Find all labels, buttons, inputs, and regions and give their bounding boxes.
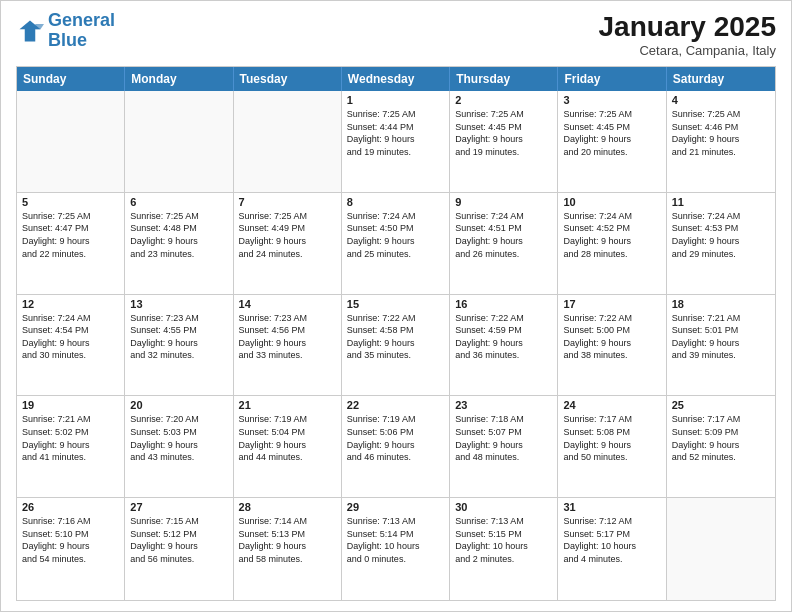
day-cell-14: 14Sunrise: 7:23 AM Sunset: 4:56 PM Dayli… — [234, 295, 342, 396]
day-header-saturday: Saturday — [667, 67, 775, 91]
day-header-friday: Friday — [558, 67, 666, 91]
day-header-tuesday: Tuesday — [234, 67, 342, 91]
day-number: 18 — [672, 298, 770, 310]
day-number: 4 — [672, 94, 770, 106]
day-number: 7 — [239, 196, 336, 208]
day-number: 5 — [22, 196, 119, 208]
day-cell-31: 31Sunrise: 7:12 AM Sunset: 5:17 PM Dayli… — [558, 498, 666, 600]
day-number: 13 — [130, 298, 227, 310]
day-info: Sunrise: 7:13 AM Sunset: 5:14 PM Dayligh… — [347, 515, 444, 565]
day-info: Sunrise: 7:20 AM Sunset: 5:03 PM Dayligh… — [130, 413, 227, 463]
day-cell-28: 28Sunrise: 7:14 AM Sunset: 5:13 PM Dayli… — [234, 498, 342, 600]
day-info: Sunrise: 7:24 AM Sunset: 4:52 PM Dayligh… — [563, 210, 660, 260]
day-cell-7: 7Sunrise: 7:25 AM Sunset: 4:49 PM Daylig… — [234, 193, 342, 294]
day-cell-empty-w0c2 — [234, 91, 342, 192]
day-number: 24 — [563, 399, 660, 411]
day-cell-17: 17Sunrise: 7:22 AM Sunset: 5:00 PM Dayli… — [558, 295, 666, 396]
day-number: 14 — [239, 298, 336, 310]
week-row-2: 5Sunrise: 7:25 AM Sunset: 4:47 PM Daylig… — [17, 193, 775, 295]
day-number: 3 — [563, 94, 660, 106]
day-cell-19: 19Sunrise: 7:21 AM Sunset: 5:02 PM Dayli… — [17, 396, 125, 497]
week-row-1: 1Sunrise: 7:25 AM Sunset: 4:44 PM Daylig… — [17, 91, 775, 193]
day-info: Sunrise: 7:12 AM Sunset: 5:17 PM Dayligh… — [563, 515, 660, 565]
day-info: Sunrise: 7:25 AM Sunset: 4:49 PM Dayligh… — [239, 210, 336, 260]
day-cell-29: 29Sunrise: 7:13 AM Sunset: 5:14 PM Dayli… — [342, 498, 450, 600]
day-cell-12: 12Sunrise: 7:24 AM Sunset: 4:54 PM Dayli… — [17, 295, 125, 396]
day-info: Sunrise: 7:24 AM Sunset: 4:54 PM Dayligh… — [22, 312, 119, 362]
logo: General Blue — [16, 11, 115, 51]
week-row-4: 19Sunrise: 7:21 AM Sunset: 5:02 PM Dayli… — [17, 396, 775, 498]
calendar-body: 1Sunrise: 7:25 AM Sunset: 4:44 PM Daylig… — [17, 91, 775, 600]
day-number: 20 — [130, 399, 227, 411]
day-cell-16: 16Sunrise: 7:22 AM Sunset: 4:59 PM Dayli… — [450, 295, 558, 396]
day-number: 22 — [347, 399, 444, 411]
svg-marker-2 — [35, 24, 44, 29]
month-title: January 2025 — [599, 11, 776, 43]
day-cell-3: 3Sunrise: 7:25 AM Sunset: 4:45 PM Daylig… — [558, 91, 666, 192]
day-number: 19 — [22, 399, 119, 411]
day-number: 2 — [455, 94, 552, 106]
day-cell-27: 27Sunrise: 7:15 AM Sunset: 5:12 PM Dayli… — [125, 498, 233, 600]
day-cell-8: 8Sunrise: 7:24 AM Sunset: 4:50 PM Daylig… — [342, 193, 450, 294]
day-number: 27 — [130, 501, 227, 513]
day-info: Sunrise: 7:17 AM Sunset: 5:08 PM Dayligh… — [563, 413, 660, 463]
day-cell-23: 23Sunrise: 7:18 AM Sunset: 5:07 PM Dayli… — [450, 396, 558, 497]
day-cell-21: 21Sunrise: 7:19 AM Sunset: 5:04 PM Dayli… — [234, 396, 342, 497]
logo-icon — [16, 17, 44, 45]
day-cell-20: 20Sunrise: 7:20 AM Sunset: 5:03 PM Dayli… — [125, 396, 233, 497]
day-info: Sunrise: 7:18 AM Sunset: 5:07 PM Dayligh… — [455, 413, 552, 463]
day-cell-6: 6Sunrise: 7:25 AM Sunset: 4:48 PM Daylig… — [125, 193, 233, 294]
day-info: Sunrise: 7:25 AM Sunset: 4:45 PM Dayligh… — [563, 108, 660, 158]
title-block: January 2025 Cetara, Campania, Italy — [599, 11, 776, 58]
day-info: Sunrise: 7:24 AM Sunset: 4:53 PM Dayligh… — [672, 210, 770, 260]
day-number: 6 — [130, 196, 227, 208]
day-cell-24: 24Sunrise: 7:17 AM Sunset: 5:08 PM Dayli… — [558, 396, 666, 497]
page: General Blue January 2025 Cetara, Campan… — [0, 0, 792, 612]
calendar: SundayMondayTuesdayWednesdayThursdayFrid… — [16, 66, 776, 601]
day-cell-empty-w0c0 — [17, 91, 125, 192]
day-number: 17 — [563, 298, 660, 310]
day-number: 1 — [347, 94, 444, 106]
day-number: 30 — [455, 501, 552, 513]
week-row-5: 26Sunrise: 7:16 AM Sunset: 5:10 PM Dayli… — [17, 498, 775, 600]
day-cell-18: 18Sunrise: 7:21 AM Sunset: 5:01 PM Dayli… — [667, 295, 775, 396]
day-info: Sunrise: 7:19 AM Sunset: 5:06 PM Dayligh… — [347, 413, 444, 463]
day-cell-10: 10Sunrise: 7:24 AM Sunset: 4:52 PM Dayli… — [558, 193, 666, 294]
day-info: Sunrise: 7:16 AM Sunset: 5:10 PM Dayligh… — [22, 515, 119, 565]
day-number: 23 — [455, 399, 552, 411]
day-cell-4: 4Sunrise: 7:25 AM Sunset: 4:46 PM Daylig… — [667, 91, 775, 192]
day-cell-25: 25Sunrise: 7:17 AM Sunset: 5:09 PM Dayli… — [667, 396, 775, 497]
day-info: Sunrise: 7:17 AM Sunset: 5:09 PM Dayligh… — [672, 413, 770, 463]
day-header-sunday: Sunday — [17, 67, 125, 91]
day-number: 31 — [563, 501, 660, 513]
day-info: Sunrise: 7:25 AM Sunset: 4:46 PM Dayligh… — [672, 108, 770, 158]
day-info: Sunrise: 7:21 AM Sunset: 5:02 PM Dayligh… — [22, 413, 119, 463]
day-number: 29 — [347, 501, 444, 513]
day-number: 15 — [347, 298, 444, 310]
day-number: 8 — [347, 196, 444, 208]
logo-text: General Blue — [48, 11, 115, 51]
day-cell-30: 30Sunrise: 7:13 AM Sunset: 5:15 PM Dayli… — [450, 498, 558, 600]
header: General Blue January 2025 Cetara, Campan… — [16, 11, 776, 58]
day-info: Sunrise: 7:25 AM Sunset: 4:44 PM Dayligh… — [347, 108, 444, 158]
day-cell-11: 11Sunrise: 7:24 AM Sunset: 4:53 PM Dayli… — [667, 193, 775, 294]
day-info: Sunrise: 7:13 AM Sunset: 5:15 PM Dayligh… — [455, 515, 552, 565]
day-info: Sunrise: 7:21 AM Sunset: 5:01 PM Dayligh… — [672, 312, 770, 362]
calendar-header: SundayMondayTuesdayWednesdayThursdayFrid… — [17, 67, 775, 91]
day-info: Sunrise: 7:25 AM Sunset: 4:45 PM Dayligh… — [455, 108, 552, 158]
day-number: 10 — [563, 196, 660, 208]
day-info: Sunrise: 7:22 AM Sunset: 4:58 PM Dayligh… — [347, 312, 444, 362]
day-number: 12 — [22, 298, 119, 310]
subtitle: Cetara, Campania, Italy — [599, 43, 776, 58]
day-info: Sunrise: 7:25 AM Sunset: 4:48 PM Dayligh… — [130, 210, 227, 260]
day-number: 9 — [455, 196, 552, 208]
week-row-3: 12Sunrise: 7:24 AM Sunset: 4:54 PM Dayli… — [17, 295, 775, 397]
day-info: Sunrise: 7:15 AM Sunset: 5:12 PM Dayligh… — [130, 515, 227, 565]
day-number: 16 — [455, 298, 552, 310]
day-number: 28 — [239, 501, 336, 513]
day-cell-9: 9Sunrise: 7:24 AM Sunset: 4:51 PM Daylig… — [450, 193, 558, 294]
day-cell-22: 22Sunrise: 7:19 AM Sunset: 5:06 PM Dayli… — [342, 396, 450, 497]
day-cell-empty-w4c6 — [667, 498, 775, 600]
day-cell-26: 26Sunrise: 7:16 AM Sunset: 5:10 PM Dayli… — [17, 498, 125, 600]
day-header-thursday: Thursday — [450, 67, 558, 91]
